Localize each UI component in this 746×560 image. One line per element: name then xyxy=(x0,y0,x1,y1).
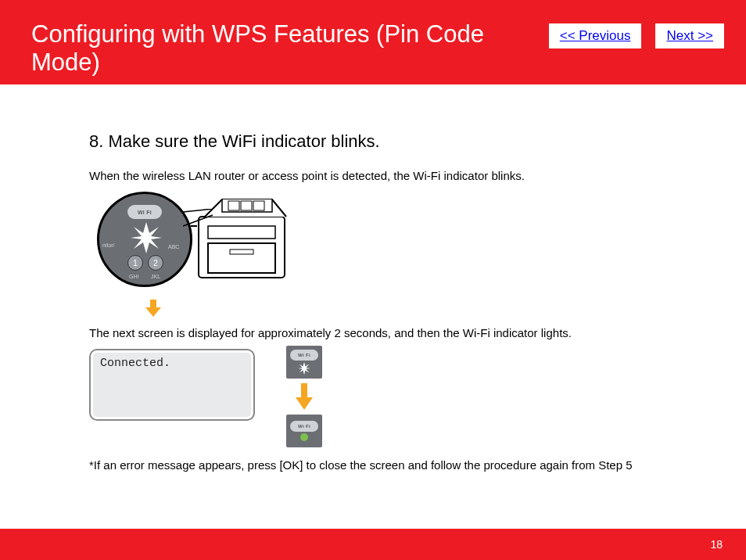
svg-rect-1 xyxy=(208,243,275,273)
lcd-screen: Connected. xyxy=(89,349,255,421)
page-title: Configuring with WPS Features (Pin Code … xyxy=(31,20,535,77)
footer-bar: 18 xyxy=(0,529,746,560)
svg-rect-3 xyxy=(228,201,239,210)
printer-icon xyxy=(191,193,292,285)
keypad-label: ABC xyxy=(168,244,179,249)
figure-printer-wifi-blink: Wi Fi 1 2 nitor/ ABC GHI JKL xyxy=(89,190,292,292)
next-button[interactable]: Next >> xyxy=(655,23,724,48)
svg-marker-12 xyxy=(145,307,161,317)
zoom-circle: Wi Fi 1 2 nitor/ ABC GHI JKL xyxy=(97,192,192,287)
callout-line-icon xyxy=(183,209,214,232)
previous-button[interactable]: << Previous xyxy=(549,23,642,48)
wifi-badge-icon: Wi Fi xyxy=(290,421,318,432)
keypad-label: JKL xyxy=(151,274,160,279)
header-bar: Configuring with WPS Features (Pin Code … xyxy=(0,0,746,84)
svg-marker-15 xyxy=(296,397,313,410)
light-burst-icon xyxy=(298,362,310,375)
keypad-1-icon: 1 xyxy=(127,255,143,271)
step-heading: 8. Make sure the WiFi indicator blinks. xyxy=(89,131,660,152)
svg-rect-2 xyxy=(208,226,275,239)
svg-rect-11 xyxy=(150,300,156,307)
wifi-state-stack: Wi Fi Wi Fi xyxy=(286,346,322,447)
svg-rect-5 xyxy=(253,201,264,210)
svg-rect-4 xyxy=(241,201,252,210)
keypad-label: GHI xyxy=(129,274,138,279)
svg-line-9 xyxy=(183,209,213,212)
led-green-icon xyxy=(300,433,308,441)
page-number: 18 xyxy=(710,538,723,551)
wifi-lit-tile: Wi Fi xyxy=(286,415,322,447)
lcd-text: Connected. xyxy=(100,357,170,370)
paragraph-2: The next screen is displayed for approxi… xyxy=(89,326,660,339)
wifi-blinking-tile: Wi Fi xyxy=(286,346,322,379)
svg-marker-13 xyxy=(298,362,310,375)
paragraph-1: When the wireless LAN router or access p… xyxy=(89,169,660,182)
svg-line-10 xyxy=(183,215,213,226)
svg-marker-8 xyxy=(131,222,162,253)
wifi-badge-icon: Wi Fi xyxy=(290,350,318,361)
svg-rect-6 xyxy=(230,249,253,254)
figure-connected-wifi-lit: Connected. Wi Fi Wi Fi xyxy=(89,349,660,447)
content-area: 8. Make sure the WiFi indicator blinks. … xyxy=(0,84,746,472)
svg-rect-14 xyxy=(301,383,307,397)
wifi-badge-icon: Wi Fi xyxy=(127,205,162,219)
arrow-down-icon xyxy=(145,300,161,317)
keypad-2-icon: 2 xyxy=(148,255,163,271)
keypad-label: nitor/ xyxy=(102,242,115,248)
error-note: *If an error message appears, press [OK]… xyxy=(89,458,660,472)
arrow-down-icon xyxy=(296,383,313,410)
light-burst-icon xyxy=(131,222,162,253)
